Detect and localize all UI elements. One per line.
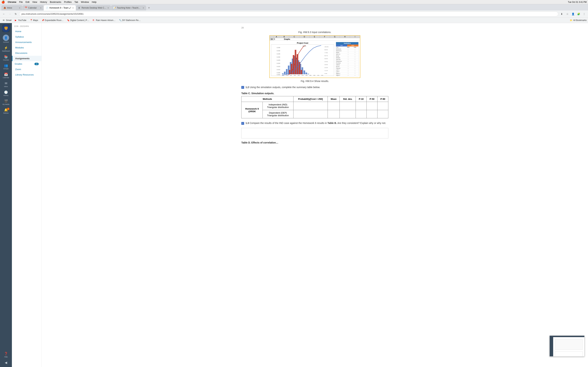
menu-file[interactable]: File	[19, 1, 23, 3]
sidebar-item-help[interactable]: ❓ Help	[1, 351, 10, 359]
svg-rect-23	[286, 69, 287, 74]
forward-button[interactable]: →	[7, 12, 12, 17]
nav-home[interactable]: Home	[12, 29, 42, 34]
question-13-number: 1.3	[245, 122, 249, 125]
nav-syllabus[interactable]: Syllabus	[12, 34, 42, 40]
diy-favicon: 🔧	[119, 19, 121, 22]
psu-logo[interactable]: 🦁	[2, 25, 10, 32]
svg-text:0.015: 0.015	[277, 66, 280, 67]
sidebar-label-dashboard: Dashboard	[2, 50, 10, 52]
menu-view[interactable]: View	[32, 1, 37, 3]
tab-teaching[interactable]: 📝 Teaching Note—Teaching Pro… ✕	[111, 5, 146, 10]
bookmark-expandable[interactable]: 📌 Expandable Roun…	[40, 18, 65, 22]
row-method-ind: Independent (IND)Triangular distribution	[262, 102, 293, 110]
sidebar-label-calendar: Calendar	[3, 77, 9, 79]
dashboard-icon: ⚡	[4, 46, 8, 50]
bookmark-maps[interactable]: 📍 Maps	[28, 18, 40, 22]
notices-badge: 8	[7, 108, 9, 110]
bookmarks-bar: ✉ Gmail ▶ YouTube 📍 Maps 📌 Expandable Ro…	[0, 17, 588, 23]
answer-box-13[interactable]	[241, 128, 388, 138]
tab-title-homework: Homework 9 – Team 🖊	[49, 7, 71, 9]
bookmark-star-icon[interactable]: ☆	[565, 12, 570, 17]
nav-grades[interactable]: Grades 16	[12, 61, 42, 67]
menu-help[interactable]: Help	[92, 1, 97, 3]
maps-favicon: 📍	[30, 19, 32, 22]
menu-icon[interactable]: ⋮	[582, 12, 587, 17]
svg-rect-33	[306, 73, 307, 74]
sidebar-item-notices[interactable]: 🔔 8 Notices	[1, 107, 10, 115]
sidebar-label-media: My Media	[2, 103, 9, 105]
inbox-icon: ✉	[5, 82, 7, 85]
tab-homework[interactable]: 📄 Homework 9 – Team 🖊 ✕	[44, 5, 76, 10]
nav-library[interactable]: Library Resources	[12, 72, 42, 77]
svg-rect-41	[301, 70, 302, 74]
simulation-table: Methods Probability[Cost < 250] Mean Std…	[241, 96, 388, 118]
th-stddev: Std. dev.	[340, 96, 356, 102]
check-icon-13: ✓	[241, 122, 244, 125]
menu-tab[interactable]: Tab	[74, 1, 78, 3]
tab-inbox[interactable]: 📥 Inbox ✕	[1, 5, 22, 10]
svg-text:290: 290	[309, 75, 311, 76]
youtube-favicon: ▶	[15, 19, 17, 22]
account-avatar: 👤	[3, 35, 9, 41]
sidebar-item-calendar[interactable]: 📅 Calendar	[1, 71, 10, 80]
sidebar-item-inbox[interactable]: ✉ Inbox	[1, 80, 10, 89]
sidebar-item-media[interactable]: 🎬 My Media	[1, 98, 10, 106]
sidebar-collapse-button[interactable]: ◀	[1, 360, 10, 366]
content-area: 🦁 👤 Account ⚡ Dashboard 📚 Courses 👥 Grou…	[0, 23, 588, 367]
tab-close-inbox[interactable]: ✕	[19, 7, 20, 9]
menu-window[interactable]: Window	[81, 1, 89, 3]
bookmark-gmail-label: Gmail	[6, 19, 11, 22]
download-icon[interactable]: ⬇	[559, 12, 564, 17]
th-probability: Probability[Cost < 250]	[293, 96, 328, 102]
bookmark-youtube[interactable]: ▶ YouTube	[13, 18, 28, 22]
tab-close-remote[interactable]: ✕	[107, 7, 109, 9]
reload-button[interactable]: ↻	[13, 12, 18, 17]
tab-close-calendar[interactable]: ✕	[40, 7, 42, 9]
cell-dep-p10	[356, 110, 367, 118]
sidebar-item-courses[interactable]: 📚 Courses	[1, 54, 10, 62]
tab-remote[interactable]: 🖥 Remote Desktop Web Client ✕	[76, 5, 111, 10]
url-bar[interactable]: psu.instructure.com/courses/2265231/assi…	[19, 12, 558, 17]
nav-modules[interactable]: Modules	[12, 45, 42, 50]
nav-announcements[interactable]: Announcements	[12, 40, 42, 45]
tab-calendar[interactable]: 📅 Calendar ✕	[23, 5, 43, 10]
th-p50: P-50	[367, 96, 378, 102]
sidebar-item-dashboard[interactable]: ⚡ Dashboard	[1, 45, 10, 53]
menu-chrome[interactable]: Chrome	[8, 1, 16, 3]
menubar-time: Tue Oct 31 3:41 PM	[568, 1, 587, 3]
nav-discussions[interactable]: Discussions	[12, 50, 42, 56]
apple-menu[interactable]: 🍎	[1, 0, 5, 4]
all-bookmarks[interactable]: 📁 All Bookmarks	[570, 19, 587, 22]
psu-lion-icon: 🦁	[2, 25, 10, 32]
menu-history[interactable]: History	[40, 1, 47, 3]
row-number-hint: 28	[241, 26, 388, 29]
menu-profiles[interactable]: Profiles	[64, 1, 72, 3]
new-tab-button[interactable]: +	[146, 5, 152, 10]
groups-icon: 👥	[4, 64, 8, 67]
sidebar-item-groups[interactable]: 👥 Groups	[1, 63, 10, 71]
menu-edit[interactable]: Edit	[26, 1, 29, 3]
bookmark-digital[interactable]: 🔖 Digital Content | P…	[66, 18, 91, 22]
back-button[interactable]: ←	[1, 12, 6, 17]
sidebar-item-history[interactable]: 🕐 History	[1, 89, 10, 98]
menu-bookmarks[interactable]: Bookmarks	[50, 1, 61, 3]
svg-text:0.005: 0.005	[277, 72, 280, 73]
tab-title-inbox: Inbox	[7, 7, 18, 9]
bookmark-gmail[interactable]: ✉ Gmail	[1, 18, 13, 22]
tab-close-teaching[interactable]: ✕	[143, 7, 144, 9]
svg-text:0.030: 0.030	[277, 56, 280, 58]
question-13-text: ✓ 1.3 Compare the results of the IND cas…	[241, 121, 388, 125]
svg-text:100.0%: 100.0%	[324, 46, 329, 47]
extensions-icon[interactable]: 🧩	[576, 12, 581, 17]
svg-text:0.000: 0.000	[277, 74, 280, 75]
bookmark-diy[interactable]: 🔧 DIY Bathroom Re…	[118, 18, 142, 22]
tab-close-homework[interactable]: ✕	[72, 7, 74, 9]
sidebar-item-account[interactable]: 👤 Account	[1, 33, 10, 44]
svg-text:270: 270	[302, 75, 304, 76]
nav-zoom[interactable]: Zoom	[12, 67, 42, 72]
bookmark-rainhaven[interactable]: R Rain Haven Atrium…	[91, 18, 117, 22]
profile-icon[interactable]: 👤	[571, 12, 575, 17]
nav-assignments[interactable]: Assignments	[12, 56, 42, 61]
fig94-title: Fig. HW.9.4 Show results.	[241, 80, 388, 83]
